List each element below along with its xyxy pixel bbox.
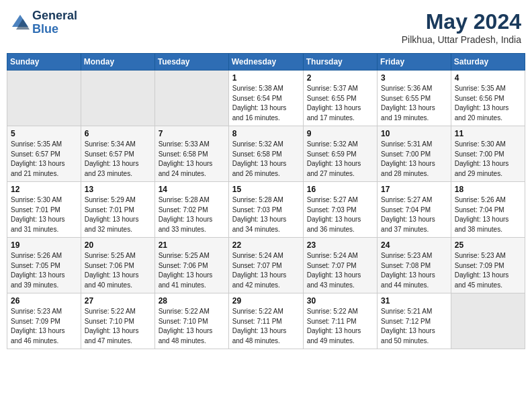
day-cell: 30Sunrise: 5:22 AM Sunset: 7:11 PM Dayli… [303,293,377,349]
day-cell: 5Sunrise: 5:35 AM Sunset: 6:57 PM Daylig… [7,126,81,182]
day-cell: 24Sunrise: 5:23 AM Sunset: 7:08 PM Dayli… [378,238,451,293]
day-cell: 26Sunrise: 5:23 AM Sunset: 7:09 PM Dayli… [7,293,81,349]
day-number: 8 [232,129,300,138]
day-number: 6 [85,129,151,138]
day-number: 2 [307,73,373,83]
day-cell: 13Sunrise: 5:29 AM Sunset: 7:01 PM Dayli… [81,182,154,238]
day-number: 28 [159,296,225,306]
day-cell: 16Sunrise: 5:27 AM Sunset: 7:03 PM Dayli… [303,182,377,238]
day-number: 26 [11,296,77,306]
day-info: Sunrise: 5:25 AM Sunset: 7:06 PM Dayligh… [159,251,225,290]
day-cell: 17Sunrise: 5:27 AM Sunset: 7:04 PM Dayli… [378,182,451,238]
day-number: 27 [85,296,151,306]
day-cell: 14Sunrise: 5:28 AM Sunset: 7:02 PM Dayli… [154,182,228,238]
logo: General Blue [11,9,77,36]
day-cell: 21Sunrise: 5:25 AM Sunset: 7:06 PM Dayli… [154,238,228,293]
day-info: Sunrise: 5:38 AM Sunset: 6:54 PM Dayligh… [232,84,300,123]
day-cell: 23Sunrise: 5:24 AM Sunset: 7:07 PM Dayli… [303,238,377,293]
day-cell [81,71,154,126]
day-number: 19 [11,240,77,250]
day-cell: 4Sunrise: 5:35 AM Sunset: 6:56 PM Daylig… [451,71,525,126]
day-info: Sunrise: 5:30 AM Sunset: 7:00 PM Dayligh… [455,140,521,179]
day-cell: 3Sunrise: 5:36 AM Sunset: 6:55 PM Daylig… [378,71,451,126]
day-number: 14 [159,185,225,194]
day-info: Sunrise: 5:33 AM Sunset: 6:58 PM Dayligh… [159,140,225,179]
weekday-header-monday: Monday [81,54,154,71]
day-cell: 20Sunrise: 5:25 AM Sunset: 7:06 PM Dayli… [81,238,154,293]
day-cell: 11Sunrise: 5:30 AM Sunset: 7:00 PM Dayli… [451,126,525,182]
day-number: 23 [307,240,373,250]
weekday-header-thursday: Thursday [303,54,377,71]
day-number: 13 [85,185,151,194]
day-info: Sunrise: 5:26 AM Sunset: 7:05 PM Dayligh… [11,251,77,290]
day-info: Sunrise: 5:31 AM Sunset: 7:00 PM Dayligh… [381,140,447,179]
day-info: Sunrise: 5:23 AM Sunset: 7:09 PM Dayligh… [11,307,77,346]
week-row-3: 12Sunrise: 5:30 AM Sunset: 7:01 PM Dayli… [7,182,525,238]
location: Pilkhua, Uttar Pradesh, India [402,34,521,45]
day-number: 20 [85,240,151,250]
day-cell [154,71,228,126]
day-info: Sunrise: 5:29 AM Sunset: 7:01 PM Dayligh… [85,195,151,234]
weekday-header-tuesday: Tuesday [154,54,228,71]
day-cell: 1Sunrise: 5:38 AM Sunset: 6:54 PM Daylig… [228,71,303,126]
day-info: Sunrise: 5:28 AM Sunset: 7:02 PM Dayligh… [159,195,225,234]
day-number: 11 [455,129,521,138]
day-cell: 18Sunrise: 5:26 AM Sunset: 7:04 PM Dayli… [451,182,525,238]
day-info: Sunrise: 5:37 AM Sunset: 6:55 PM Dayligh… [307,84,373,123]
day-cell: 19Sunrise: 5:26 AM Sunset: 7:05 PM Dayli… [7,238,81,293]
day-info: Sunrise: 5:36 AM Sunset: 6:55 PM Dayligh… [381,84,447,123]
day-number: 18 [455,185,521,194]
day-cell: 31Sunrise: 5:21 AM Sunset: 7:12 PM Dayli… [378,293,451,349]
day-cell: 9Sunrise: 5:32 AM Sunset: 6:59 PM Daylig… [303,126,377,182]
day-info: Sunrise: 5:22 AM Sunset: 7:10 PM Dayligh… [159,307,225,346]
logo-icon [11,13,30,32]
month-year: May 2024 [402,9,521,34]
week-row-1: 1Sunrise: 5:38 AM Sunset: 6:54 PM Daylig… [7,71,525,126]
day-number: 30 [307,296,373,306]
logo-general: General [32,9,77,23]
day-number: 25 [455,240,521,250]
day-cell: 6Sunrise: 5:34 AM Sunset: 6:57 PM Daylig… [81,126,154,182]
day-cell: 2Sunrise: 5:37 AM Sunset: 6:55 PM Daylig… [303,71,377,126]
day-info: Sunrise: 5:23 AM Sunset: 7:09 PM Dayligh… [455,251,521,290]
day-info: Sunrise: 5:27 AM Sunset: 7:04 PM Dayligh… [381,195,447,234]
day-cell [7,71,81,126]
day-info: Sunrise: 5:30 AM Sunset: 7:01 PM Dayligh… [11,195,77,234]
calendar-table: SundayMondayTuesdayWednesdayThursdayFrid… [7,53,525,349]
day-info: Sunrise: 5:34 AM Sunset: 6:57 PM Dayligh… [85,140,151,179]
logo-text: General Blue [32,9,77,36]
day-info: Sunrise: 5:27 AM Sunset: 7:03 PM Dayligh… [307,195,373,234]
day-info: Sunrise: 5:28 AM Sunset: 7:03 PM Dayligh… [232,195,300,234]
day-cell [451,293,525,349]
day-cell: 7Sunrise: 5:33 AM Sunset: 6:58 PM Daylig… [154,126,228,182]
week-row-5: 26Sunrise: 5:23 AM Sunset: 7:09 PM Dayli… [7,293,525,349]
day-info: Sunrise: 5:25 AM Sunset: 7:06 PM Dayligh… [85,251,151,290]
day-cell: 29Sunrise: 5:22 AM Sunset: 7:11 PM Dayli… [228,293,303,349]
day-number: 3 [381,73,447,83]
day-number: 22 [232,240,300,250]
title-block: May 2024 Pilkhua, Uttar Pradesh, India [402,9,521,45]
day-info: Sunrise: 5:32 AM Sunset: 6:58 PM Dayligh… [232,140,300,179]
weekday-header-wednesday: Wednesday [228,54,303,71]
weekday-header-row: SundayMondayTuesdayWednesdayThursdayFrid… [7,54,525,71]
day-cell: 10Sunrise: 5:31 AM Sunset: 7:00 PM Dayli… [378,126,451,182]
day-info: Sunrise: 5:22 AM Sunset: 7:11 PM Dayligh… [307,307,373,346]
day-info: Sunrise: 5:32 AM Sunset: 6:59 PM Dayligh… [307,140,373,179]
day-info: Sunrise: 5:22 AM Sunset: 7:11 PM Dayligh… [232,307,300,346]
day-info: Sunrise: 5:21 AM Sunset: 7:12 PM Dayligh… [381,307,447,346]
page-header: General Blue May 2024 Pilkhua, Uttar Pra… [7,7,525,48]
day-cell: 28Sunrise: 5:22 AM Sunset: 7:10 PM Dayli… [154,293,228,349]
weekday-header-sunday: Sunday [7,54,81,71]
day-cell: 25Sunrise: 5:23 AM Sunset: 7:09 PM Dayli… [451,238,525,293]
day-number: 16 [307,185,373,194]
week-row-2: 5Sunrise: 5:35 AM Sunset: 6:57 PM Daylig… [7,126,525,182]
day-cell: 12Sunrise: 5:30 AM Sunset: 7:01 PM Dayli… [7,182,81,238]
day-number: 24 [381,240,447,250]
day-cell: 15Sunrise: 5:28 AM Sunset: 7:03 PM Dayli… [228,182,303,238]
day-info: Sunrise: 5:22 AM Sunset: 7:10 PM Dayligh… [85,307,151,346]
day-info: Sunrise: 5:26 AM Sunset: 7:04 PM Dayligh… [455,195,521,234]
day-info: Sunrise: 5:24 AM Sunset: 7:07 PM Dayligh… [232,251,300,290]
day-number: 9 [307,129,373,138]
day-number: 15 [232,185,300,194]
day-number: 21 [159,240,225,250]
